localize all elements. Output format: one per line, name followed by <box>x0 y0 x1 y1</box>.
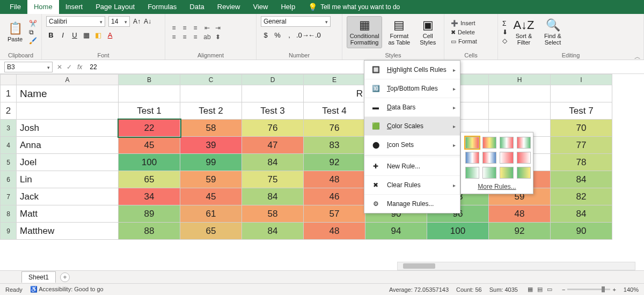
cell-data-9-1[interactable]: 65 <box>180 223 242 240</box>
currency-icon[interactable]: $ <box>261 31 270 39</box>
tab-page-layout[interactable]: Page Layout <box>89 0 141 14</box>
align-right-icon[interactable]: ≡ <box>191 33 200 41</box>
cell-data-5-3[interactable]: 92 <box>304 154 365 171</box>
col-header-I[interactable]: I <box>551 75 612 85</box>
color-scale-wg[interactable] <box>482 167 496 179</box>
row-header-3[interactable]: 3 <box>1 120 17 137</box>
font-color-button[interactable]: A <box>105 31 115 39</box>
col-header-C[interactable]: C <box>180 75 242 85</box>
tab-formulas[interactable]: Formulas <box>141 0 183 14</box>
decrease-font-icon[interactable]: A↓ <box>144 18 151 25</box>
copy-icon[interactable]: ⧉ <box>29 28 37 36</box>
wrap-text-icon[interactable]: ab <box>203 33 211 41</box>
inc-decimal-icon[interactable]: .0→ <box>296 31 306 39</box>
cell-styles-button[interactable]: ▣ Cell Styles <box>416 16 440 48</box>
cancel-edit-icon[interactable]: ✕ <box>57 63 62 71</box>
confirm-edit-icon[interactable]: ✓ <box>67 63 72 71</box>
cell-data-8-6[interactable]: 48 <box>489 205 551 223</box>
cell-data-4-2[interactable]: 47 <box>242 137 304 154</box>
format-painter-icon[interactable]: 🖌️ <box>29 37 37 45</box>
row-header-9[interactable]: 9 <box>1 223 17 240</box>
cell-data-8-1[interactable]: 61 <box>180 205 242 223</box>
cell-data-9-3[interactable]: 48 <box>304 223 365 240</box>
cf-item-data-bars[interactable]: ▬Data Bars▸ <box>364 98 460 116</box>
cell-data-7-0[interactable]: 34 <box>119 188 180 205</box>
conditional-formatting-button[interactable]: ▦ Conditional Formatting <box>347 16 382 48</box>
sort-filter-button[interactable]: A↓Z Sort & Filter <box>511 16 537 48</box>
cell-row1-2[interactable] <box>180 85 242 102</box>
cell-data-5-1[interactable]: 99 <box>180 154 242 171</box>
tab-home[interactable]: Home <box>27 0 59 14</box>
cf-item-clear-rules[interactable]: ✖Clear Rules▸ <box>364 175 460 194</box>
cell-name-6[interactable]: Lin <box>17 171 119 188</box>
cell-data-8-2[interactable]: 58 <box>242 205 304 223</box>
cf-item-manage-rules-[interactable]: ⚙Manage Rules... <box>364 194 460 213</box>
cell-data-6-0[interactable]: 65 <box>119 171 180 188</box>
cell-row2-8[interactable]: Test 7 <box>551 102 612 120</box>
color-scale-wr[interactable] <box>500 152 514 164</box>
tab-view[interactable]: View <box>246 0 274 14</box>
format-as-table-button[interactable]: ▤ Format as Table <box>385 16 413 48</box>
underline-button[interactable]: U <box>70 31 79 39</box>
cell-row2-0[interactable] <box>17 102 119 120</box>
col-header-A[interactable]: A <box>17 75 119 85</box>
cell-data-5-7[interactable]: 78 <box>551 154 612 171</box>
format-cells-button[interactable]: ▭Format <box>449 38 479 46</box>
zoom-level[interactable]: 140% <box>624 286 639 293</box>
sheet-tab[interactable]: Sheet1 <box>21 271 56 283</box>
row-header-5[interactable]: 5 <box>1 154 17 171</box>
cf-item-color-scales[interactable]: 🟩Color Scales▸ <box>364 116 460 135</box>
color-scale-rwg[interactable] <box>517 137 531 149</box>
color-scale-yg[interactable] <box>500 167 514 179</box>
cell-data-9-4[interactable]: 94 <box>365 223 427 240</box>
cell-row1-4[interactable]: R <box>304 85 365 102</box>
bold-button[interactable]: B <box>46 31 56 39</box>
italic-button[interactable]: I <box>58 31 68 39</box>
cf-item-new-rule-[interactable]: ✚New Rule... <box>364 157 460 175</box>
zoom-slider[interactable]: − + <box>562 286 616 293</box>
horizontal-scrollbar[interactable] <box>397 262 635 270</box>
cell-data-7-7[interactable]: 82 <box>551 188 612 205</box>
cell-data-5-0[interactable]: 100 <box>119 154 180 171</box>
color-scale-ryg[interactable] <box>482 137 496 149</box>
merge-icon[interactable]: ⬍ <box>214 33 222 41</box>
indent-inc-icon[interactable]: ⇥ <box>214 24 222 32</box>
cell-data-9-2[interactable]: 84 <box>242 223 304 240</box>
cell-data-4-3[interactable]: 83 <box>304 137 365 154</box>
cell-row2-2[interactable]: Test 2 <box>180 102 242 120</box>
color-scale-rw[interactable] <box>517 152 531 164</box>
tell-me[interactable]: 💡 Tell me what you want to do <box>302 0 400 14</box>
cell-data-3-2[interactable]: 76 <box>242 120 304 137</box>
cell-name-9[interactable]: Matthew <box>17 223 119 240</box>
more-rules-link[interactable]: More Rules... <box>465 183 529 190</box>
number-format-dropdown[interactable]: General <box>261 16 331 27</box>
dec-decimal-icon[interactable]: ←.0 <box>308 31 318 39</box>
row-header-4[interactable]: 4 <box>1 137 17 154</box>
cell-row2-3[interactable]: Test 3 <box>242 102 304 120</box>
cell-data-4-1[interactable]: 39 <box>180 137 242 154</box>
accessibility-status[interactable]: ♿ Accessibility: Good to go <box>30 286 104 293</box>
cell-data-6-2[interactable]: 75 <box>242 171 304 188</box>
paste-button[interactable]: 📋 Paste <box>4 16 26 48</box>
cell-data-7-3[interactable]: 46 <box>304 188 365 205</box>
add-sheet-button[interactable]: + <box>60 272 70 282</box>
name-box[interactable]: B3 <box>4 62 53 72</box>
view-buttons[interactable]: ▦▤▭ <box>525 286 554 293</box>
cell-row1-1[interactable] <box>119 85 180 102</box>
cell-A1[interactable]: Name <box>17 85 119 102</box>
row-header-1[interactable]: 1 <box>1 85 17 102</box>
tab-file[interactable]: File <box>3 0 27 14</box>
collapse-ribbon-icon[interactable]: ︿ <box>634 53 641 62</box>
align-mid-icon[interactable]: ≡ <box>180 24 189 32</box>
delete-cells-button[interactable]: ✖Delete <box>449 28 479 36</box>
cell-name-5[interactable]: Joel <box>17 154 119 171</box>
col-header-E[interactable]: E <box>304 75 365 85</box>
cell-row1-7[interactable] <box>489 85 551 102</box>
cell-data-7-2[interactable]: 84 <box>242 188 304 205</box>
cell-data-6-7[interactable]: 84 <box>551 171 612 188</box>
cell-row2-7[interactable] <box>489 102 551 120</box>
color-scale-rwb[interactable] <box>482 152 496 164</box>
cell-data-7-1[interactable]: 45 <box>180 188 242 205</box>
cell-data-8-7[interactable]: 84 <box>551 205 612 223</box>
row-header-6[interactable]: 6 <box>1 171 17 188</box>
